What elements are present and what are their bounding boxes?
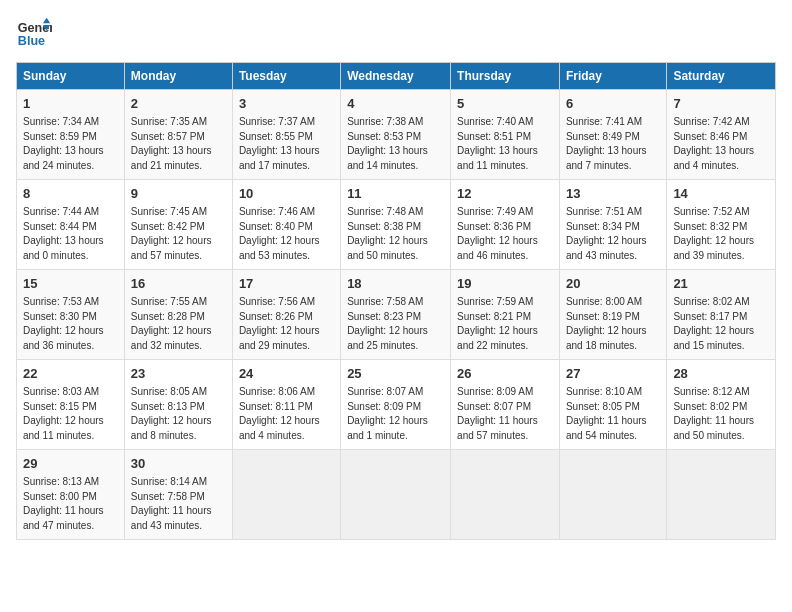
logo: General Blue <box>16 16 52 52</box>
day-number: 29 <box>23 455 118 473</box>
day-number: 26 <box>457 365 553 383</box>
svg-text:Blue: Blue <box>18 34 45 48</box>
col-header-thursday: Thursday <box>451 63 560 90</box>
day-detail: Sunrise: 8:13 AM Sunset: 8:00 PM Dayligh… <box>23 475 118 533</box>
day-detail: Sunrise: 7:45 AM Sunset: 8:42 PM Dayligh… <box>131 205 226 263</box>
calendar-cell: 24Sunrise: 8:06 AM Sunset: 8:11 PM Dayli… <box>232 360 340 450</box>
calendar-cell: 6Sunrise: 7:41 AM Sunset: 8:49 PM Daylig… <box>559 90 666 180</box>
calendar-cell <box>559 450 666 540</box>
day-number: 30 <box>131 455 226 473</box>
day-detail: Sunrise: 8:12 AM Sunset: 8:02 PM Dayligh… <box>673 385 769 443</box>
day-number: 23 <box>131 365 226 383</box>
day-number: 5 <box>457 95 553 113</box>
day-detail: Sunrise: 7:41 AM Sunset: 8:49 PM Dayligh… <box>566 115 660 173</box>
day-number: 3 <box>239 95 334 113</box>
calendar-cell <box>451 450 560 540</box>
day-detail: Sunrise: 7:34 AM Sunset: 8:59 PM Dayligh… <box>23 115 118 173</box>
calendar-cell: 15Sunrise: 7:53 AM Sunset: 8:30 PM Dayli… <box>17 270 125 360</box>
day-detail: Sunrise: 7:40 AM Sunset: 8:51 PM Dayligh… <box>457 115 553 173</box>
day-detail: Sunrise: 7:59 AM Sunset: 8:21 PM Dayligh… <box>457 295 553 353</box>
day-detail: Sunrise: 8:00 AM Sunset: 8:19 PM Dayligh… <box>566 295 660 353</box>
day-detail: Sunrise: 7:55 AM Sunset: 8:28 PM Dayligh… <box>131 295 226 353</box>
day-number: 28 <box>673 365 769 383</box>
day-detail: Sunrise: 7:52 AM Sunset: 8:32 PM Dayligh… <box>673 205 769 263</box>
calendar-cell: 21Sunrise: 8:02 AM Sunset: 8:17 PM Dayli… <box>667 270 776 360</box>
day-detail: Sunrise: 7:37 AM Sunset: 8:55 PM Dayligh… <box>239 115 334 173</box>
day-detail: Sunrise: 7:35 AM Sunset: 8:57 PM Dayligh… <box>131 115 226 173</box>
day-detail: Sunrise: 7:46 AM Sunset: 8:40 PM Dayligh… <box>239 205 334 263</box>
week-row-2: 8Sunrise: 7:44 AM Sunset: 8:44 PM Daylig… <box>17 180 776 270</box>
calendar-table: SundayMondayTuesdayWednesdayThursdayFrid… <box>16 62 776 540</box>
header-row: SundayMondayTuesdayWednesdayThursdayFrid… <box>17 63 776 90</box>
day-number: 17 <box>239 275 334 293</box>
day-detail: Sunrise: 8:06 AM Sunset: 8:11 PM Dayligh… <box>239 385 334 443</box>
calendar-cell: 13Sunrise: 7:51 AM Sunset: 8:34 PM Dayli… <box>559 180 666 270</box>
day-number: 21 <box>673 275 769 293</box>
day-number: 7 <box>673 95 769 113</box>
calendar-cell: 12Sunrise: 7:49 AM Sunset: 8:36 PM Dayli… <box>451 180 560 270</box>
day-detail: Sunrise: 7:42 AM Sunset: 8:46 PM Dayligh… <box>673 115 769 173</box>
calendar-cell: 17Sunrise: 7:56 AM Sunset: 8:26 PM Dayli… <box>232 270 340 360</box>
week-row-1: 1Sunrise: 7:34 AM Sunset: 8:59 PM Daylig… <box>17 90 776 180</box>
day-number: 4 <box>347 95 444 113</box>
calendar-cell: 16Sunrise: 7:55 AM Sunset: 8:28 PM Dayli… <box>124 270 232 360</box>
day-detail: Sunrise: 7:38 AM Sunset: 8:53 PM Dayligh… <box>347 115 444 173</box>
calendar-cell: 19Sunrise: 7:59 AM Sunset: 8:21 PM Dayli… <box>451 270 560 360</box>
calendar-cell: 1Sunrise: 7:34 AM Sunset: 8:59 PM Daylig… <box>17 90 125 180</box>
day-number: 12 <box>457 185 553 203</box>
day-number: 2 <box>131 95 226 113</box>
day-number: 8 <box>23 185 118 203</box>
col-header-monday: Monday <box>124 63 232 90</box>
calendar-cell: 5Sunrise: 7:40 AM Sunset: 8:51 PM Daylig… <box>451 90 560 180</box>
calendar-cell <box>667 450 776 540</box>
day-detail: Sunrise: 7:53 AM Sunset: 8:30 PM Dayligh… <box>23 295 118 353</box>
calendar-cell: 2Sunrise: 7:35 AM Sunset: 8:57 PM Daylig… <box>124 90 232 180</box>
day-number: 24 <box>239 365 334 383</box>
day-detail: Sunrise: 8:10 AM Sunset: 8:05 PM Dayligh… <box>566 385 660 443</box>
day-number: 1 <box>23 95 118 113</box>
calendar-cell <box>232 450 340 540</box>
calendar-cell: 25Sunrise: 8:07 AM Sunset: 8:09 PM Dayli… <box>341 360 451 450</box>
day-detail: Sunrise: 7:49 AM Sunset: 8:36 PM Dayligh… <box>457 205 553 263</box>
calendar-cell: 29Sunrise: 8:13 AM Sunset: 8:00 PM Dayli… <box>17 450 125 540</box>
calendar-cell: 18Sunrise: 7:58 AM Sunset: 8:23 PM Dayli… <box>341 270 451 360</box>
day-number: 16 <box>131 275 226 293</box>
day-detail: Sunrise: 7:44 AM Sunset: 8:44 PM Dayligh… <box>23 205 118 263</box>
day-number: 20 <box>566 275 660 293</box>
calendar-cell: 20Sunrise: 8:00 AM Sunset: 8:19 PM Dayli… <box>559 270 666 360</box>
calendar-cell: 30Sunrise: 8:14 AM Sunset: 7:58 PM Dayli… <box>124 450 232 540</box>
day-number: 10 <box>239 185 334 203</box>
day-detail: Sunrise: 8:05 AM Sunset: 8:13 PM Dayligh… <box>131 385 226 443</box>
day-number: 19 <box>457 275 553 293</box>
calendar-cell: 27Sunrise: 8:10 AM Sunset: 8:05 PM Dayli… <box>559 360 666 450</box>
calendar-cell: 9Sunrise: 7:45 AM Sunset: 8:42 PM Daylig… <box>124 180 232 270</box>
day-number: 27 <box>566 365 660 383</box>
calendar-cell: 22Sunrise: 8:03 AM Sunset: 8:15 PM Dayli… <box>17 360 125 450</box>
calendar-cell: 8Sunrise: 7:44 AM Sunset: 8:44 PM Daylig… <box>17 180 125 270</box>
page-header: General Blue <box>16 16 776 52</box>
day-detail: Sunrise: 8:02 AM Sunset: 8:17 PM Dayligh… <box>673 295 769 353</box>
day-detail: Sunrise: 8:03 AM Sunset: 8:15 PM Dayligh… <box>23 385 118 443</box>
calendar-cell: 26Sunrise: 8:09 AM Sunset: 8:07 PM Dayli… <box>451 360 560 450</box>
day-detail: Sunrise: 7:56 AM Sunset: 8:26 PM Dayligh… <box>239 295 334 353</box>
calendar-cell: 11Sunrise: 7:48 AM Sunset: 8:38 PM Dayli… <box>341 180 451 270</box>
week-row-3: 15Sunrise: 7:53 AM Sunset: 8:30 PM Dayli… <box>17 270 776 360</box>
day-number: 22 <box>23 365 118 383</box>
calendar-cell: 14Sunrise: 7:52 AM Sunset: 8:32 PM Dayli… <box>667 180 776 270</box>
calendar-cell: 23Sunrise: 8:05 AM Sunset: 8:13 PM Dayli… <box>124 360 232 450</box>
calendar-cell: 28Sunrise: 8:12 AM Sunset: 8:02 PM Dayli… <box>667 360 776 450</box>
calendar-cell: 4Sunrise: 7:38 AM Sunset: 8:53 PM Daylig… <box>341 90 451 180</box>
col-header-wednesday: Wednesday <box>341 63 451 90</box>
day-number: 25 <box>347 365 444 383</box>
calendar-cell <box>341 450 451 540</box>
calendar-cell: 10Sunrise: 7:46 AM Sunset: 8:40 PM Dayli… <box>232 180 340 270</box>
day-number: 18 <box>347 275 444 293</box>
week-row-5: 29Sunrise: 8:13 AM Sunset: 8:00 PM Dayli… <box>17 450 776 540</box>
day-number: 13 <box>566 185 660 203</box>
day-detail: Sunrise: 7:48 AM Sunset: 8:38 PM Dayligh… <box>347 205 444 263</box>
day-number: 11 <box>347 185 444 203</box>
day-detail: Sunrise: 7:51 AM Sunset: 8:34 PM Dayligh… <box>566 205 660 263</box>
day-detail: Sunrise: 8:07 AM Sunset: 8:09 PM Dayligh… <box>347 385 444 443</box>
day-detail: Sunrise: 8:14 AM Sunset: 7:58 PM Dayligh… <box>131 475 226 533</box>
day-number: 6 <box>566 95 660 113</box>
